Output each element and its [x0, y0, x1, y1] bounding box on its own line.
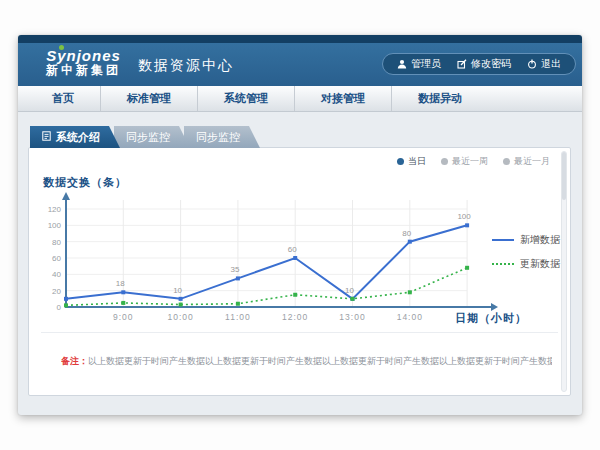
user-icon: [397, 59, 407, 69]
nav-item-interface-mgmt[interactable]: 对接管理: [295, 86, 392, 111]
document-icon: [42, 126, 51, 148]
user-menu[interactable]: 管理员: [397, 57, 441, 71]
svg-text:13:00: 13:00: [339, 312, 365, 322]
chart-legend: 新增数据 更新数据: [492, 233, 560, 281]
chart-panel: 当日 最近一周 最近一月 数据交换（条） 0204060801001209:00…: [28, 147, 571, 396]
edit-icon: [457, 59, 467, 69]
user-name: 管理员: [411, 57, 441, 71]
legend-label: 新增数据: [520, 233, 560, 247]
nav-item-data-change[interactable]: 数据异动: [392, 86, 488, 111]
blue-line-sample-icon: [492, 239, 514, 241]
scrollbar-thumb[interactable]: [562, 152, 566, 200]
svg-text:100: 100: [457, 212, 471, 221]
logo-text-cn: 新中新集团: [46, 64, 121, 78]
window-top-strip: [18, 35, 582, 43]
main-nav: 首页 标准管理 系统管理 对接管理 数据异动: [18, 86, 582, 112]
content-area: 系统介绍 同步监控 同步监控 当日 最近一周: [18, 112, 582, 415]
svg-text:60: 60: [288, 245, 297, 254]
tab-sync-monitor-2[interactable]: 同步监控: [184, 126, 260, 148]
user-toolbar: 管理员 修改密码 退出: [382, 53, 576, 75]
change-password-label: 修改密码: [471, 57, 511, 71]
svg-text:60: 60: [52, 254, 61, 263]
app-window: Synjones 新中新集团 数据资源中心 管理员 修改密码 退出 首页 标准管…: [18, 35, 582, 415]
change-password-button[interactable]: 修改密码: [457, 57, 511, 71]
svg-text:9:00: 9:00: [113, 312, 134, 322]
svg-text:20: 20: [52, 287, 61, 296]
svg-text:80: 80: [402, 229, 411, 238]
tab-label: 系统介绍: [56, 126, 100, 148]
svg-text:40: 40: [52, 270, 61, 279]
power-icon: [527, 59, 537, 69]
logo-text-en: Synjones: [46, 47, 121, 64]
app-header: Synjones 新中新集团 数据资源中心 管理员 修改密码 退出: [18, 43, 582, 86]
legend-label: 更新数据: [520, 257, 560, 271]
svg-text:0: 0: [57, 303, 62, 312]
note-divider: [41, 332, 558, 333]
svg-text:12:00: 12:00: [282, 312, 308, 322]
legend-item-updated-data: 更新数据: [492, 257, 560, 271]
page-title: 数据资源中心: [138, 57, 234, 75]
svg-text:10: 10: [173, 286, 182, 295]
footnote-label: 备注：: [61, 356, 88, 366]
tab-label: 同步监控: [126, 126, 170, 148]
svg-text:10: 10: [345, 286, 354, 295]
nav-item-home[interactable]: 首页: [26, 86, 101, 111]
legend-item-new-data: 新增数据: [492, 233, 560, 247]
logout-button[interactable]: 退出: [527, 57, 561, 71]
footnote: 备注：以上数据更新于时间产生数据以上数据更新于时间产生数据以上数据更新于时间产生…: [61, 355, 552, 368]
tab-sync-monitor-1[interactable]: 同步监控: [114, 126, 190, 148]
green-line-sample-icon: [492, 263, 514, 265]
panel-scrollbar[interactable]: [561, 151, 567, 392]
tab-system-intro[interactable]: 系统介绍: [30, 126, 120, 148]
logo-green-dot-icon: [59, 45, 64, 50]
nav-item-system-mgmt[interactable]: 系统管理: [198, 86, 295, 111]
tab-label: 同步监控: [196, 126, 240, 148]
svg-text:35: 35: [230, 265, 239, 274]
tab-bar: 系统介绍 同步监控 同步监控: [30, 126, 260, 148]
footnote-text: 以上数据更新于时间产生数据以上数据更新于时间产生数据以上数据更新于时间产生数据以…: [88, 356, 552, 366]
logout-label: 退出: [541, 57, 561, 71]
x-axis-title: 日期（小时）: [455, 311, 527, 326]
svg-text:80: 80: [52, 238, 61, 247]
svg-text:11:00: 11:00: [225, 312, 251, 322]
svg-text:100: 100: [48, 221, 62, 230]
svg-text:14:00: 14:00: [397, 312, 423, 322]
svg-text:120: 120: [48, 205, 62, 214]
logo: Synjones 新中新集团: [46, 47, 121, 78]
svg-text:10:00: 10:00: [167, 312, 193, 322]
nav-item-standard-mgmt[interactable]: 标准管理: [101, 86, 198, 111]
svg-text:18: 18: [116, 279, 125, 288]
